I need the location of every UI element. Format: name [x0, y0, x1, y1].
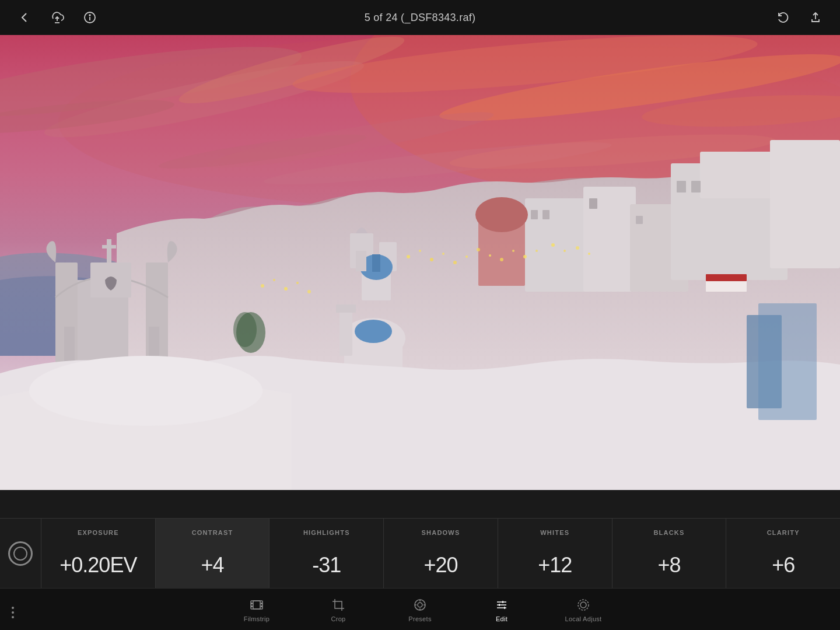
- nav-label-local-adjust: Local Adjust: [565, 615, 602, 622]
- adj-value-shadows: +20: [424, 553, 457, 578]
- svg-rect-83: [261, 606, 262, 607]
- adj-item-blacks[interactable]: BLACKS +8: [612, 519, 726, 588]
- nav-label-crop: Crop: [331, 615, 345, 622]
- nav-item-local-adjust[interactable]: Local Adjust: [542, 592, 624, 627]
- adj-label-clarity: CLARITY: [767, 529, 800, 536]
- svg-rect-70: [340, 309, 352, 356]
- svg-rect-35: [636, 216, 643, 224]
- adj-label-blacks: BLACKS: [653, 529, 684, 536]
- top-bar-left: [14, 7, 100, 28]
- nav-item-presets[interactable]: Presets: [379, 592, 461, 627]
- svg-point-40: [430, 258, 433, 261]
- svg-rect-81: [251, 606, 253, 607]
- adjustment-items: EXPOSURE +0.20EV CONTRAST +4 HIGHLIGHTS …: [41, 519, 840, 588]
- adj-item-highlights[interactable]: HIGHLIGHTS -31: [269, 519, 383, 588]
- photo-background: [0, 35, 840, 490]
- nav-item-crop[interactable]: Crop: [298, 592, 379, 627]
- svg-point-49: [536, 250, 538, 252]
- adj-item-exposure[interactable]: EXPOSURE +0.20EV: [41, 519, 155, 588]
- svg-rect-71: [336, 304, 356, 313]
- svg-rect-78: [706, 274, 747, 281]
- nav-label-edit: Edit: [496, 615, 508, 622]
- svg-point-28: [475, 197, 528, 232]
- dot2: [12, 611, 14, 614]
- adj-value-clarity: +6: [772, 553, 794, 578]
- svg-point-42: [453, 261, 457, 264]
- svg-point-55: [273, 279, 275, 281]
- adj-value-blacks: +8: [657, 553, 680, 578]
- svg-rect-63: [107, 239, 111, 262]
- svg-rect-64: [102, 245, 116, 249]
- svg-point-45: [489, 254, 491, 257]
- nav-item-edit[interactable]: Edit: [461, 592, 542, 627]
- adj-value-highlights: -31: [312, 553, 341, 578]
- svg-rect-36: [677, 181, 686, 192]
- svg-point-57: [296, 282, 299, 284]
- svg-rect-82: [261, 603, 262, 604]
- svg-point-58: [307, 290, 311, 293]
- svg-point-38: [407, 255, 410, 258]
- svg-point-97: [578, 600, 589, 610]
- svg-point-56: [284, 287, 288, 290]
- svg-rect-31: [770, 140, 840, 268]
- svg-rect-79: [251, 601, 262, 609]
- svg-point-54: [261, 284, 264, 288]
- cloud-upload-icon[interactable]: [47, 7, 68, 28]
- svg-point-51: [564, 250, 566, 252]
- svg-point-47: [512, 250, 514, 252]
- svg-point-98: [580, 602, 586, 608]
- adj-item-contrast[interactable]: CONTRAST +4: [155, 519, 270, 588]
- share-button[interactable]: [805, 7, 826, 28]
- nav-icon-crop: [330, 597, 346, 613]
- info-icon[interactable]: [79, 7, 100, 28]
- adj-value-contrast: +4: [201, 553, 224, 578]
- adj-item-clarity[interactable]: CLARITY +6: [726, 519, 840, 588]
- photo-area: [0, 35, 840, 490]
- svg-point-41: [442, 253, 444, 255]
- nav-icon-filmstrip: [249, 597, 265, 613]
- adj-value-whites: +12: [538, 553, 572, 578]
- svg-rect-33: [542, 210, 550, 219]
- adj-label-shadows: SHADOWS: [422, 529, 460, 536]
- adj-item-whites[interactable]: WHITES +12: [498, 519, 612, 588]
- svg-rect-34: [589, 198, 597, 209]
- svg-rect-80: [251, 603, 253, 604]
- more-options-button[interactable]: [12, 607, 14, 618]
- svg-point-53: [588, 253, 590, 255]
- svg-point-76: [233, 312, 257, 347]
- svg-rect-32: [531, 210, 538, 219]
- undo-button[interactable]: [772, 7, 793, 28]
- top-bar-right: [772, 7, 826, 28]
- top-bar: 5 of 24 (_DSF8343.raf): [0, 0, 840, 35]
- svg-rect-23: [356, 251, 366, 271]
- adj-label-whites: WHITES: [540, 529, 569, 536]
- svg-point-44: [477, 248, 480, 251]
- svg-point-69: [355, 320, 392, 343]
- adj-label-contrast: CONTRAST: [192, 529, 233, 536]
- svg-point-46: [500, 258, 503, 261]
- lens-icon: [8, 541, 33, 566]
- dot1: [12, 607, 14, 609]
- app-logo: [0, 519, 41, 588]
- svg-rect-37: [691, 181, 701, 192]
- photo-scene: [0, 35, 840, 490]
- adj-label-exposure: EXPOSURE: [78, 529, 119, 536]
- file-title: 5 of 24 (_DSF8343.raf): [365, 12, 476, 24]
- nav-label-presets: Presets: [408, 615, 431, 622]
- nav-icon-edit: [494, 597, 510, 613]
- adj-label-highlights: HIGHLIGHTS: [303, 529, 350, 536]
- svg-rect-22: [372, 254, 380, 272]
- nav-icon-presets: [412, 597, 428, 613]
- svg-point-3: [89, 15, 90, 16]
- back-button[interactable]: [14, 7, 35, 28]
- adj-value-exposure: +0.20EV: [60, 553, 136, 578]
- dot3: [12, 616, 14, 618]
- svg-point-52: [576, 246, 579, 250]
- nav-item-filmstrip[interactable]: Filmstrip: [216, 592, 298, 627]
- adjustment-panel: EXPOSURE +0.20EV CONTRAST +4 HIGHLIGHTS …: [0, 518, 840, 588]
- svg-point-43: [466, 256, 468, 258]
- svg-point-86: [418, 603, 422, 607]
- bottom-nav: Filmstrip Crop Presets Edit Local Adjust: [0, 588, 840, 630]
- adj-item-shadows[interactable]: SHADOWS +20: [383, 519, 498, 588]
- svg-point-72: [29, 356, 262, 426]
